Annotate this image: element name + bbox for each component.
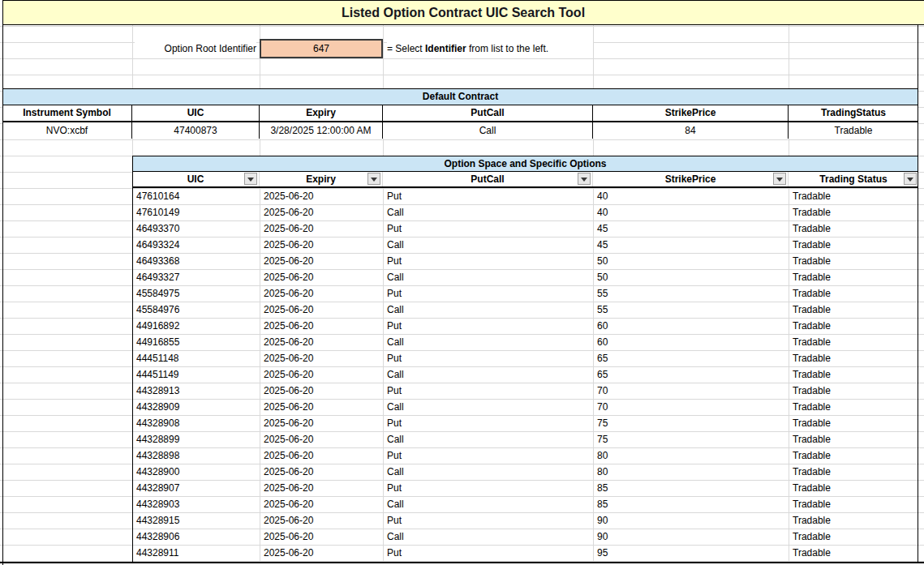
table-row: 44328909 2025-06-20 Call 70 Tradable	[132, 399, 918, 415]
trading-status-cell: Tradable	[789, 512, 918, 529]
putcall-cell: Put	[383, 415, 593, 431]
expiry-cell: 2025-06-20	[260, 318, 383, 334]
uic-cell: 44328907	[132, 480, 260, 496]
trading-status-cell: Tradable	[789, 220, 918, 237]
expiry-cell: 2025-06-20	[260, 464, 383, 480]
default-contract-table: Default Contract Instrument Symbol UIC E…	[2, 88, 918, 139]
trading-status-cell: Tradable	[789, 415, 918, 431]
option-space-header-row: UIC Expiry PutCall StrikePrice Trading S…	[132, 171, 918, 188]
trading-status-cell: Tradable	[789, 269, 918, 285]
trading-status-cell: Tradable	[789, 399, 918, 415]
putcall-cell: Call	[383, 269, 593, 285]
uic-cell: 44916892	[132, 318, 260, 334]
uic-cell: 44328898	[132, 447, 260, 464]
column-header-putcall: PutCall	[471, 173, 504, 185]
hint-suffix: from list to the left.	[466, 43, 548, 54]
expiry-cell: 2025-06-20	[260, 447, 383, 464]
filter-column-uic: UIC	[132, 172, 260, 186]
chevron-down-icon	[907, 178, 913, 182]
hint-prefix: = Select	[387, 43, 425, 54]
table-row: 46493324 2025-06-20 Call 45 Tradable	[132, 237, 918, 253]
expiry-cell: 2025-06-20	[260, 237, 383, 253]
putcall-cell: Call	[383, 464, 593, 480]
hint-bold: Identifier	[425, 43, 466, 54]
table-row: 44328898 2025-06-20 Put 80 Tradable	[132, 447, 918, 464]
trading-status-cell: Tradable	[789, 431, 918, 447]
expiry-cell: 2025-06-20	[260, 253, 383, 269]
table-row: 44328913 2025-06-20 Put 70 Tradable	[132, 383, 918, 399]
expiry-cell: 2025-06-20	[260, 269, 383, 285]
table-row: 44451148 2025-06-20 Put 65 Tradable	[132, 350, 918, 366]
table-row: 44328903 2025-06-20 Call 85 Tradable	[132, 496, 918, 512]
trading-status-cell: Tradable	[789, 188, 918, 204]
filter-dropdown-strikeprice[interactable]	[773, 173, 786, 185]
column-header-uic: UIC	[187, 173, 204, 185]
putcall-cell: Call	[383, 204, 593, 220]
uic-cell: 44328909	[132, 399, 260, 415]
table-row: 44328907 2025-06-20 Put 85 Tradable	[132, 480, 918, 496]
putcall-cell: Put	[383, 480, 593, 496]
putcall-cell: Put	[383, 545, 593, 561]
table-row: 44328915 2025-06-20 Put 90 Tradable	[132, 512, 918, 529]
strikeprice-cell: 55	[593, 302, 789, 318]
table-right-border	[918, 25, 918, 563]
putcall-cell: Put	[383, 220, 593, 237]
uic-cell: 44328906	[132, 529, 260, 545]
expiry-cell: 2025-06-20	[260, 415, 383, 431]
strikeprice-cell: 65	[593, 350, 789, 366]
strikeprice-cell: 50	[593, 269, 789, 285]
putcall-cell: Put	[383, 318, 593, 334]
expiry-cell: 2025-06-20	[260, 334, 383, 350]
expiry-cell: 2025-06-20	[260, 366, 383, 383]
trading-status-cell: Tradable	[789, 464, 918, 480]
putcall-cell: Put	[383, 383, 593, 399]
putcall-cell: Call	[383, 431, 593, 447]
page-title: Listed Option Contract UIC Search Tool	[2, 0, 924, 25]
strikeprice-cell: 80	[593, 464, 789, 480]
option-space-section-header: Option Space and Specific Options	[132, 156, 918, 172]
filter-dropdown-expiry[interactable]	[367, 173, 380, 185]
uic-cell: 44451148	[132, 350, 260, 366]
identifier-hint: = Select Identifier from list to the lef…	[387, 40, 593, 58]
strikeprice-cell: 50	[593, 253, 789, 269]
strikeprice-cell: 60	[593, 318, 789, 334]
strikeprice-cell: 90	[593, 512, 789, 529]
trading-status-cell: Tradable	[789, 496, 918, 512]
option-rows: 47610164 2025-06-20 Put 40 Tradable 4761…	[132, 188, 918, 561]
table-row: 44451149 2025-06-20 Call 65 Tradable	[132, 366, 918, 383]
option-root-identifier-label: Option Root Identifier	[135, 40, 256, 58]
expiry-cell: 2025-06-20	[260, 496, 383, 512]
putcall-cell: Call	[383, 366, 593, 383]
uic-cell: 44451149	[132, 366, 260, 383]
strikeprice-cell: 85	[593, 496, 789, 512]
filter-column-strikeprice: StrikePrice	[593, 172, 789, 186]
chevron-down-icon	[581, 178, 587, 182]
strikeprice-cell: 95	[593, 545, 789, 561]
filter-dropdown-putcall[interactable]	[578, 173, 591, 185]
trading-status-cell: Tradable	[789, 204, 918, 220]
filter-dropdown-trading-status[interactable]	[904, 173, 917, 185]
uic-cell: 44328903	[132, 496, 260, 512]
uic-cell: 47610149	[132, 204, 260, 220]
filter-dropdown-uic[interactable]	[244, 173, 257, 185]
uic-cell: 46493370	[132, 220, 260, 237]
trading-status-cell: Tradable	[789, 302, 918, 318]
expiry-cell: 2025-06-20	[260, 350, 383, 366]
option-root-identifier-input[interactable]: 647	[260, 39, 383, 58]
putcall-cell: Put	[383, 447, 593, 464]
trading-status-cell: Tradable	[789, 366, 918, 383]
table-row: 47610164 2025-06-20 Put 40 Tradable	[132, 188, 918, 204]
filter-column-expiry: Expiry	[260, 172, 383, 186]
strikeprice-cell: 55	[593, 285, 789, 302]
strikeprice-cell: 85	[593, 480, 789, 496]
uic-cell: 44328899	[132, 431, 260, 447]
tradingstatus-value: Tradable	[789, 122, 918, 139]
table-row: 47610149 2025-06-20 Call 40 Tradable	[132, 204, 918, 220]
trading-status-cell: Tradable	[789, 237, 918, 253]
instrument-symbol-value: NVO:xcbf	[2, 122, 132, 139]
trading-status-cell: Tradable	[789, 285, 918, 302]
trading-status-cell: Tradable	[789, 318, 918, 334]
trading-status-cell: Tradable	[789, 447, 918, 464]
strikeprice-cell: 45	[593, 220, 789, 237]
table-row: 46493327 2025-06-20 Call 50 Tradable	[132, 269, 918, 285]
